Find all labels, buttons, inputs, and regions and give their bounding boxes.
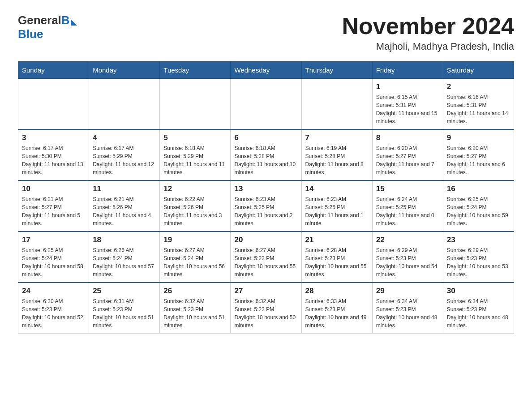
calendar-cell — [301, 79, 372, 130]
day-number: 28 — [305, 287, 369, 295]
day-number: 11 — [93, 184, 156, 193]
day-info: Sunrise: 6:22 AMSunset: 5:26 PMDaylight:… — [163, 195, 227, 227]
day-info: Sunrise: 6:18 AMSunset: 5:28 PMDaylight:… — [234, 144, 297, 176]
day-info: Sunrise: 6:16 AMSunset: 5:31 PMDaylight:… — [447, 93, 510, 125]
day-number: 20 — [234, 235, 297, 244]
day-info: Sunrise: 6:27 AMSunset: 5:23 PMDaylight:… — [234, 246, 297, 278]
weekday-header-sunday: Sunday — [18, 62, 89, 79]
week-row-3: 10Sunrise: 6:21 AMSunset: 5:27 PMDayligh… — [18, 180, 514, 231]
day-number: 27 — [234, 287, 297, 295]
day-number: 26 — [163, 287, 227, 295]
calendar-cell: 23Sunrise: 6:29 AMSunset: 5:23 PMDayligh… — [443, 231, 514, 283]
calendar-cell: 26Sunrise: 6:32 AMSunset: 5:23 PMDayligh… — [160, 283, 231, 334]
weekday-header-tuesday: Tuesday — [160, 62, 231, 79]
day-number: 12 — [163, 184, 227, 193]
calendar-cell: 30Sunrise: 6:34 AMSunset: 5:23 PMDayligh… — [443, 283, 514, 334]
location-title: Majholi, Madhya Pradesh, India — [342, 41, 514, 52]
day-number: 17 — [22, 235, 85, 244]
day-info: Sunrise: 6:33 AMSunset: 5:23 PMDaylight:… — [305, 297, 369, 330]
day-info: Sunrise: 6:23 AMSunset: 5:25 PMDaylight:… — [305, 195, 369, 227]
calendar-cell: 24Sunrise: 6:30 AMSunset: 5:23 PMDayligh… — [18, 283, 89, 334]
day-info: Sunrise: 6:34 AMSunset: 5:23 PMDaylight:… — [376, 297, 439, 330]
day-info: Sunrise: 6:26 AMSunset: 5:24 PMDaylight:… — [93, 246, 156, 278]
day-number: 19 — [163, 235, 227, 244]
day-number: 23 — [447, 235, 510, 244]
day-info: Sunrise: 6:31 AMSunset: 5:23 PMDaylight:… — [93, 297, 156, 330]
calendar-cell: 8Sunrise: 6:20 AMSunset: 5:27 PMDaylight… — [372, 129, 443, 180]
calendar-cell: 25Sunrise: 6:31 AMSunset: 5:23 PMDayligh… — [89, 283, 160, 334]
logo-blue-word: Blue — [18, 27, 43, 41]
day-number: 13 — [234, 184, 297, 193]
calendar-cell: 22Sunrise: 6:29 AMSunset: 5:23 PMDayligh… — [372, 231, 443, 283]
logo-arrow-icon — [71, 19, 77, 26]
day-info: Sunrise: 6:27 AMSunset: 5:24 PMDaylight:… — [163, 246, 227, 278]
calendar-cell — [231, 79, 301, 130]
calendar-cell: 12Sunrise: 6:22 AMSunset: 5:26 PMDayligh… — [160, 180, 231, 231]
day-info: Sunrise: 6:25 AMSunset: 5:24 PMDaylight:… — [22, 246, 85, 278]
day-info: Sunrise: 6:32 AMSunset: 5:23 PMDaylight:… — [163, 297, 227, 330]
day-info: Sunrise: 6:23 AMSunset: 5:25 PMDaylight:… — [234, 195, 297, 227]
day-number: 30 — [447, 287, 510, 295]
day-info: Sunrise: 6:18 AMSunset: 5:29 PMDaylight:… — [163, 144, 227, 176]
day-info: Sunrise: 6:21 AMSunset: 5:27 PMDaylight:… — [22, 195, 85, 227]
calendar-cell: 5Sunrise: 6:18 AMSunset: 5:29 PMDaylight… — [160, 129, 231, 180]
week-row-1: 1Sunrise: 6:15 AMSunset: 5:31 PMDaylight… — [18, 79, 514, 130]
day-number: 25 — [93, 287, 156, 295]
month-title: November 2024 — [342, 13, 514, 39]
calendar-cell: 14Sunrise: 6:23 AMSunset: 5:25 PMDayligh… — [301, 180, 372, 231]
calendar-cell: 4Sunrise: 6:17 AMSunset: 5:29 PMDaylight… — [89, 129, 160, 180]
title-section: November 2024 Majholi, Madhya Pradesh, I… — [342, 13, 514, 52]
day-info: Sunrise: 6:24 AMSunset: 5:25 PMDaylight:… — [376, 195, 439, 227]
calendar-cell: 11Sunrise: 6:21 AMSunset: 5:26 PMDayligh… — [89, 180, 160, 231]
day-info: Sunrise: 6:17 AMSunset: 5:30 PMDaylight:… — [22, 144, 85, 176]
calendar-cell: 18Sunrise: 6:26 AMSunset: 5:24 PMDayligh… — [89, 231, 160, 283]
day-info: Sunrise: 6:20 AMSunset: 5:27 PMDaylight:… — [376, 144, 439, 176]
day-info: Sunrise: 6:29 AMSunset: 5:23 PMDaylight:… — [447, 246, 510, 278]
day-number: 8 — [376, 133, 439, 142]
weekday-header-saturday: Saturday — [443, 62, 514, 79]
logo-blue-part: B — [61, 13, 77, 27]
day-info: Sunrise: 6:34 AMSunset: 5:23 PMDaylight:… — [447, 297, 510, 330]
week-row-5: 24Sunrise: 6:30 AMSunset: 5:23 PMDayligh… — [18, 283, 514, 334]
day-info: Sunrise: 6:29 AMSunset: 5:23 PMDaylight:… — [376, 246, 439, 278]
calendar-cell: 10Sunrise: 6:21 AMSunset: 5:27 PMDayligh… — [18, 180, 89, 231]
calendar-cell — [18, 79, 89, 130]
day-number: 22 — [376, 235, 439, 244]
calendar-cell: 19Sunrise: 6:27 AMSunset: 5:24 PMDayligh… — [160, 231, 231, 283]
calendar-cell: 29Sunrise: 6:34 AMSunset: 5:23 PMDayligh… — [372, 283, 443, 334]
calendar-cell: 6Sunrise: 6:18 AMSunset: 5:28 PMDaylight… — [231, 129, 301, 180]
calendar-cell — [89, 79, 160, 130]
calendar-cell: 7Sunrise: 6:19 AMSunset: 5:28 PMDaylight… — [301, 129, 372, 180]
calendar-cell: 21Sunrise: 6:28 AMSunset: 5:23 PMDayligh… — [301, 231, 372, 283]
calendar-cell: 13Sunrise: 6:23 AMSunset: 5:25 PMDayligh… — [231, 180, 301, 231]
day-info: Sunrise: 6:32 AMSunset: 5:23 PMDaylight:… — [234, 297, 297, 330]
day-info: Sunrise: 6:25 AMSunset: 5:24 PMDaylight:… — [447, 195, 510, 227]
day-number: 1 — [376, 82, 439, 91]
day-number: 2 — [447, 82, 510, 91]
day-number: 16 — [447, 184, 510, 193]
header-row: SundayMondayTuesdayWednesdayThursdayFrid… — [18, 62, 514, 79]
day-number: 24 — [22, 287, 85, 295]
calendar-cell: 28Sunrise: 6:33 AMSunset: 5:23 PMDayligh… — [301, 283, 372, 334]
calendar-cell: 27Sunrise: 6:32 AMSunset: 5:23 PMDayligh… — [231, 283, 301, 334]
day-info: Sunrise: 6:30 AMSunset: 5:23 PMDaylight:… — [22, 297, 85, 330]
calendar-cell: 17Sunrise: 6:25 AMSunset: 5:24 PMDayligh… — [18, 231, 89, 283]
day-number: 29 — [376, 287, 439, 295]
calendar-cell: 3Sunrise: 6:17 AMSunset: 5:30 PMDaylight… — [18, 129, 89, 180]
day-info: Sunrise: 6:15 AMSunset: 5:31 PMDaylight:… — [376, 93, 439, 125]
weekday-header-wednesday: Wednesday — [231, 62, 301, 79]
day-number: 6 — [234, 133, 297, 142]
day-number: 5 — [163, 133, 227, 142]
day-info: Sunrise: 6:20 AMSunset: 5:27 PMDaylight:… — [447, 144, 510, 176]
day-info: Sunrise: 6:21 AMSunset: 5:26 PMDaylight:… — [93, 195, 156, 227]
day-info: Sunrise: 6:28 AMSunset: 5:23 PMDaylight:… — [305, 246, 369, 278]
day-number: 18 — [93, 235, 156, 244]
logo: General B Blue — [18, 13, 77, 41]
day-number: 3 — [22, 133, 85, 142]
week-row-4: 17Sunrise: 6:25 AMSunset: 5:24 PMDayligh… — [18, 231, 514, 283]
day-number: 4 — [93, 133, 156, 142]
calendar-cell — [160, 79, 231, 130]
calendar-cell: 16Sunrise: 6:25 AMSunset: 5:24 PMDayligh… — [443, 180, 514, 231]
day-number: 14 — [305, 184, 369, 193]
weekday-header-monday: Monday — [89, 62, 160, 79]
